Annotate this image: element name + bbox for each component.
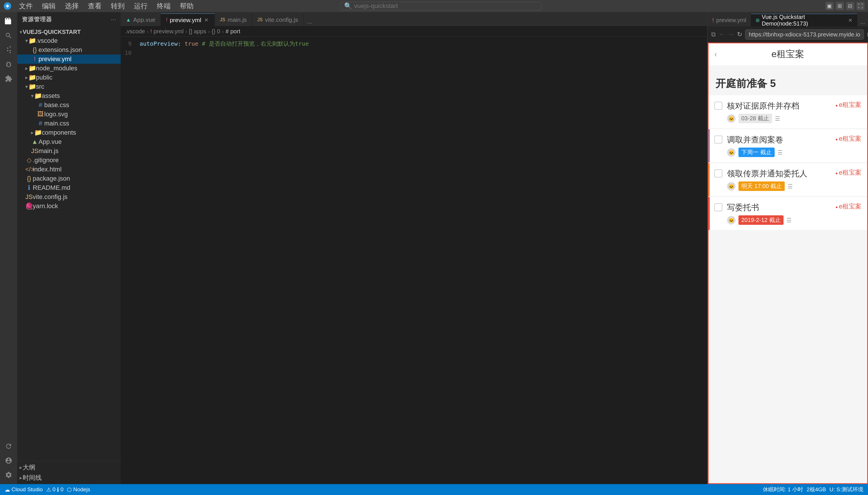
search-icon: 🔍 — [344, 2, 352, 10]
warning-icon: ⚠ — [46, 487, 51, 493]
task-title-4: 写委托书 — [727, 202, 835, 213]
task-checkbox-2[interactable] — [714, 136, 722, 143]
task-checkbox-3[interactable] — [714, 169, 722, 177]
tree-label-vite-config: vite.config.js — [33, 193, 121, 201]
search-activity-icon[interactable] — [2, 29, 15, 42]
status-env[interactable]: U: S:测试环境 — [830, 486, 863, 493]
status-nodejs[interactable]: ⬡ Nodejs — [67, 487, 90, 493]
cloud-icon: ☁ — [5, 487, 10, 493]
tab-preview-yml[interactable]: ! preview.yml ✕ — [161, 14, 215, 26]
css-icon: # — [37, 101, 44, 109]
menu-file[interactable]: 文件 — [15, 0, 37, 12]
tab-vite-config[interactable]: JS vite.config.js — [252, 14, 304, 26]
browser-pin-btn[interactable]: ⊡ — [867, 30, 868, 39]
editor-content[interactable]: 9 10 autoPreview: true # 是否自动打开预览，右元则默认为… — [121, 37, 707, 484]
status-cloud-studio[interactable]: ☁ Cloud Studio — [5, 487, 43, 493]
menu-select[interactable]: 选择 — [61, 0, 83, 12]
menu-edit[interactable]: 编辑 — [38, 0, 60, 12]
sidebar-item-app-vue[interactable]: ▲ App.vue — [17, 137, 121, 147]
tab-app-vue[interactable]: ▲ App.vue — [121, 14, 161, 26]
menu-view[interactable]: 查看 — [84, 0, 106, 12]
panel-btn[interactable]: ⊟ — [846, 2, 854, 10]
sidebar-item-vite-config[interactable]: JS vite.config.js — [17, 192, 121, 202]
sidebar-item-components[interactable]: ▸ 📁 components — [17, 128, 121, 137]
sidebar-item-node-modules[interactable]: ▸ 📁 node_modules — [17, 64, 121, 73]
sidebar-item-logo-svg[interactable]: 🖼 logo.svg — [17, 110, 121, 119]
tab-main-js[interactable]: JS main.js — [215, 14, 252, 26]
sidebar-outline[interactable]: ▸ 大纲 — [17, 462, 121, 473]
explorer-icon[interactable] — [2, 15, 15, 28]
fullscreen-btn[interactable]: ⛶ — [856, 2, 865, 10]
task-tag-2: 下周一 截止 — [738, 148, 775, 157]
sidebar-item-package-json[interactable]: {} package.json — [17, 174, 121, 183]
task-list-icon-2: ☰ — [778, 149, 783, 156]
sidebar-item-main-js[interactable]: JS main.js — [17, 147, 121, 156]
task-checkbox-1[interactable] — [714, 102, 722, 110]
status-warnings[interactable]: ⚠ 0 ℹ 0 — [46, 487, 64, 493]
sidebar-item-main-css[interactable]: # main.css — [17, 119, 121, 128]
forward-btn[interactable]: → — [728, 30, 734, 39]
sidebar-item-readme[interactable]: ℹ README.md — [17, 183, 121, 192]
search-input[interactable] — [354, 2, 538, 10]
svg-icon: 🖼 — [37, 110, 44, 118]
status-resources[interactable]: 2核4GB — [806, 486, 826, 493]
chevron-right-icon: ▸ — [31, 130, 34, 136]
yaml-file-icon: ! — [166, 17, 168, 23]
source-control-icon[interactable] — [2, 44, 15, 56]
back-nav-btn[interactable]: ‹ — [714, 50, 717, 59]
new-window-btn[interactable]: ⧉ — [711, 30, 716, 39]
browser-toolbar: ⧉ ← → ↻ https://tbnhxp-xdiocx-5173.previ… — [708, 27, 868, 42]
browser-panel: ! preview.yml ⊞ Vue.js Quickstart Demo(n… — [707, 12, 868, 484]
menu-goto[interactable]: 转到 — [107, 0, 129, 12]
tree-label-main-js: main.js — [38, 147, 121, 155]
account-icon[interactable] — [2, 454, 15, 467]
sidebar-timeline[interactable]: ▸ 时间线 — [17, 473, 121, 483]
chevron-down-icon: ▾ — [25, 38, 28, 44]
remote-icon[interactable] — [2, 440, 15, 453]
browser-tab-vue-demo[interactable]: ⊞ Vue.js Quickstart Demo(node:5173) ✕ — [751, 14, 857, 27]
info-icon: ℹ — [57, 487, 59, 493]
task-project-3: e租宝案 — [835, 168, 862, 177]
browser-tab-close[interactable]: ✕ — [848, 17, 852, 23]
sidebar-toggle-btn[interactable]: ▣ — [826, 2, 834, 10]
menu-help[interactable]: 帮助 — [176, 0, 198, 12]
task-title-3: 领取传票并通知委托人 — [727, 168, 835, 179]
sidebar-item-yarn-lock[interactable]: 🧶 yarn.lock — [17, 202, 121, 211]
sidebar-item-vscode[interactable]: ▾ 📁 .vscode — [17, 36, 121, 45]
menu-run[interactable]: 运行 — [130, 0, 152, 12]
sidebar-item-gitignore[interactable]: ◇ .gitignore — [17, 156, 121, 165]
tab-label-main-js: main.js — [227, 16, 247, 23]
menu-terminal[interactable]: 终端 — [153, 0, 175, 12]
tree-label-index-html: index.html — [33, 166, 121, 173]
extensions-icon[interactable] — [2, 72, 15, 85]
sidebar-item-project-root[interactable]: ▾ VUEJS-QUICKSTART — [17, 28, 121, 36]
sidebar-more-btn[interactable]: ··· — [111, 16, 116, 23]
settings-icon[interactable] — [2, 468, 15, 481]
back-btn[interactable]: ← — [719, 30, 725, 39]
breadcrumb-sep-1: › — [185, 28, 187, 35]
sidebar-item-extensions-json[interactable]: {} extensions.json — [17, 45, 121, 54]
browser-tab-more[interactable]: ··· — [857, 20, 868, 27]
code-editor[interactable]: autoPreview: true # 是否自动打开预览，右元则默认为true — [135, 37, 707, 484]
folder-icon: 📁 — [29, 65, 36, 72]
sidebar-item-assets[interactable]: ▾ 📁 assets — [17, 91, 121, 101]
layout-btn[interactable]: ⊞ — [836, 2, 844, 10]
sidebar-item-public[interactable]: ▸ 📁 public — [17, 73, 121, 82]
run-debug-icon[interactable] — [2, 58, 15, 71]
sidebar-item-src[interactable]: ▾ 📁 src — [17, 82, 121, 91]
tab-more-btn[interactable]: ··· — [304, 19, 316, 26]
browser-tab-preview-yml[interactable]: ! preview.yml — [708, 14, 751, 27]
project-name: VUEJS-QUICKSTART — [23, 29, 121, 35]
refresh-btn[interactable]: ↻ — [737, 30, 742, 39]
task-item-1: 核对证据原件并存档 🐱 03-28 截止 ☰ e租宝案 — [709, 95, 867, 129]
sidebar-item-index-html[interactable]: </> index.html — [17, 165, 121, 174]
sidebar-item-preview-yml[interactable]: ! preview.yml — [17, 54, 121, 64]
task-item-2: 调取并查阅案卷 🐱 下周一 截止 ☰ e租宝案 — [709, 129, 867, 163]
status-idle-time[interactable]: 休眠时间: 1 小时 — [763, 486, 803, 493]
sidebar-item-base-css[interactable]: # base.css — [17, 101, 121, 110]
tab-close-preview-yml[interactable]: ✕ — [204, 17, 209, 23]
task-checkbox-4[interactable] — [714, 203, 722, 211]
breadcrumb-part-2: [] apps — [189, 28, 206, 35]
url-bar[interactable]: https://tbnhxp-xdiocx-5173.preview.myide… — [745, 29, 864, 40]
search-bar[interactable]: 🔍 — [340, 2, 541, 10]
